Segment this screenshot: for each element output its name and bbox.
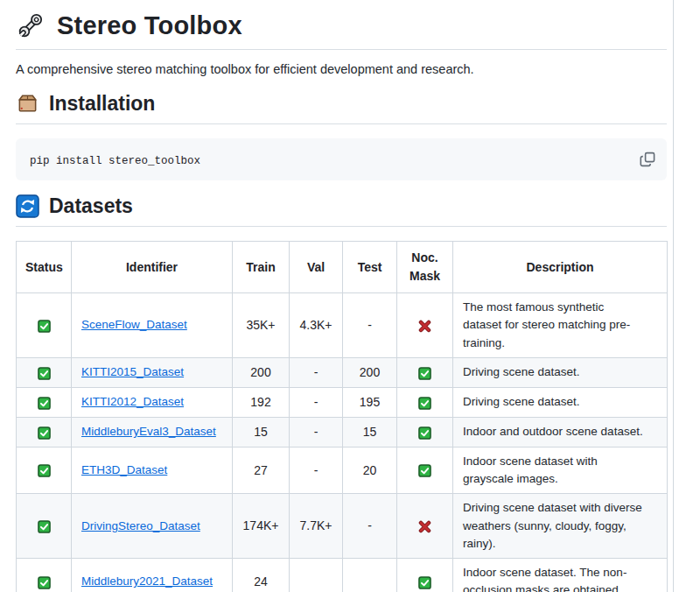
val-cell: - (290, 417, 343, 447)
train-cell: 200 (233, 357, 290, 387)
datasets-table: StatusIdentifierTrainValTestNoc. MaskDes… (16, 241, 668, 592)
column-header: Noc. Mask (397, 242, 453, 293)
refresh-icon (16, 194, 39, 218)
copy-icon (639, 151, 656, 168)
dataset-link[interactable]: SceneFlow_Dataset (81, 318, 187, 331)
column-header: Identifier (72, 242, 233, 293)
status-cell (17, 293, 72, 358)
column-header: Val (290, 242, 343, 293)
install-command: pip install stereo_toolbox (30, 155, 200, 167)
train-cell: 192 (233, 387, 290, 417)
table-row: SceneFlow_Dataset35K+4.3K+-The most famo… (17, 293, 668, 358)
page-title: Stereo Toolbox (57, 11, 242, 40)
noc-mask-cell (397, 357, 453, 387)
test-cell: 200 (343, 357, 397, 387)
dataset-link[interactable]: Middlebury2021_Dataset (81, 574, 213, 588)
test-cell: 195 (343, 387, 397, 417)
noc-mask-cell (397, 494, 453, 559)
check-icon (418, 397, 431, 410)
noc-mask-cell (397, 293, 453, 358)
noc-mask-cell (397, 447, 453, 494)
column-header: Test (343, 242, 397, 293)
check-icon (418, 367, 431, 380)
dataset-link[interactable]: KITTI2012_Dataset (81, 395, 184, 408)
identifier-cell: KITTI2015_Dataset (72, 357, 233, 387)
check-icon (38, 426, 51, 440)
table-row: DrivingStereo_Dataset174K+7.7K+-Driving … (17, 494, 668, 559)
check-icon (38, 576, 51, 589)
table-row: KITTI2015_Dataset200-200Driving scene da… (17, 357, 668, 387)
table-row: MiddleburyEval3_Dataset15-15Indoor and o… (17, 417, 668, 447)
noc-mask-cell (397, 417, 453, 447)
install-code-block: pip install stereo_toolbox (16, 138, 667, 180)
description-cell: Indoor scene dataset with grayscale imag… (453, 447, 668, 494)
identifier-cell: DrivingStereo_Dataset (72, 494, 233, 559)
val-cell: 4.3K+ (290, 293, 343, 358)
test-cell (343, 559, 397, 592)
status-cell (17, 494, 72, 559)
column-header: Description (453, 242, 668, 293)
check-icon (38, 320, 51, 333)
installation-heading: Installation (16, 92, 667, 124)
identifier-cell: Middlebury2021_Dataset (72, 559, 233, 592)
description-cell: Driving scene dataset with diverse weath… (453, 494, 668, 559)
test-cell: 20 (343, 447, 397, 494)
status-cell (17, 417, 72, 447)
train-cell: 15 (233, 417, 290, 447)
package-icon (16, 92, 39, 116)
check-icon (418, 464, 431, 477)
identifier-cell: SceneFlow_Dataset (72, 293, 233, 358)
datasets-heading: Datasets (16, 194, 667, 227)
table-row: Middlebury2021_Dataset24Indoor scene dat… (17, 559, 668, 592)
noc-mask-cell (397, 559, 453, 592)
cross-icon (418, 520, 431, 533)
cross-icon (418, 320, 431, 333)
check-icon (38, 464, 51, 477)
description-cell: Indoor scene dataset. The non- occlusion… (453, 559, 668, 592)
header-row: StatusIdentifierTrainValTestNoc. MaskDes… (17, 242, 668, 293)
wrench-icon (16, 11, 46, 40)
datasets-table-header: StatusIdentifierTrainValTestNoc. MaskDes… (17, 242, 668, 293)
copy-button[interactable] (635, 147, 660, 172)
description-cell: The most famous synthetic dataset for st… (453, 293, 668, 358)
noc-mask-cell (397, 387, 453, 417)
description-cell: Indoor and outdoor scene dataset. (453, 417, 668, 447)
datasets-heading-label: Datasets (49, 194, 133, 218)
check-icon (418, 426, 431, 440)
test-cell: - (343, 494, 397, 559)
readme-content: Stereo Toolbox A comprehensive stereo ma… (16, 0, 667, 592)
description-cell: Driving scene dataset. (453, 357, 668, 387)
page-title-heading: Stereo Toolbox (16, 5, 667, 50)
status-cell (17, 357, 72, 387)
status-cell (17, 559, 72, 592)
val-cell (290, 559, 343, 592)
status-cell (17, 387, 72, 417)
datasets-table-body: SceneFlow_Dataset35K+4.3K+-The most famo… (17, 293, 668, 592)
identifier-cell: ETH3D_Dataset (72, 447, 233, 494)
test-cell: 15 (343, 417, 397, 447)
val-cell: - (290, 357, 343, 387)
train-cell: 24 (233, 559, 290, 592)
dataset-link[interactable]: DrivingStereo_Dataset (81, 519, 200, 532)
page-subtitle: A comprehensive stereo matching toolbox … (16, 62, 667, 76)
column-header: Status (17, 242, 72, 293)
identifier-cell: MiddleburyEval3_Dataset (72, 417, 233, 447)
dataset-link[interactable]: MiddleburyEval3_Dataset (81, 425, 216, 438)
check-icon (38, 520, 51, 533)
status-cell (17, 447, 72, 494)
val-cell: - (290, 387, 343, 417)
val-cell: - (290, 447, 343, 494)
dataset-link[interactable]: KITTI2015_Dataset (81, 365, 184, 378)
table-row: KITTI2012_Dataset192-195Driving scene da… (17, 387, 668, 417)
table-row: ETH3D_Dataset27-20Indoor scene dataset w… (17, 447, 668, 494)
dataset-link[interactable]: ETH3D_Dataset (81, 463, 167, 476)
check-icon (38, 367, 51, 380)
check-icon (38, 397, 51, 410)
installation-heading-label: Installation (49, 92, 155, 116)
val-cell: 7.7K+ (290, 494, 343, 559)
train-cell: 35K+ (233, 293, 290, 358)
test-cell: - (343, 293, 397, 358)
train-cell: 27 (233, 447, 290, 494)
train-cell: 174K+ (233, 494, 290, 559)
window-border (673, 0, 674, 592)
